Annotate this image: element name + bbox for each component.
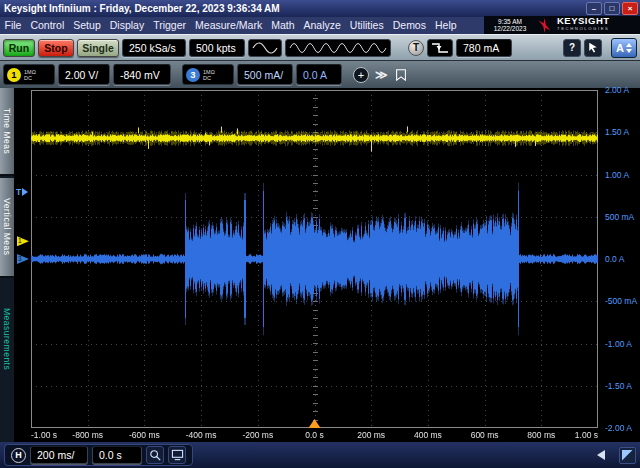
measurements-label: Measurements bbox=[0, 264, 14, 414]
horizontal-position-field[interactable]: 0.0 s bbox=[92, 446, 142, 464]
ch1-ground-marker[interactable]: 1 bbox=[17, 236, 29, 246]
menu-item-file[interactable]: File bbox=[0, 17, 26, 34]
clock-date: 12/22/2023 bbox=[488, 25, 532, 32]
bottom-axis-label: 400 ms bbox=[414, 430, 442, 440]
scroll-left-icon[interactable] bbox=[597, 450, 605, 460]
stop-button[interactable]: Stop bbox=[38, 39, 74, 57]
menu-item-trigger[interactable]: Trigger bbox=[149, 17, 191, 34]
brand-text: KEYSIGHT TECHNOLOGIES bbox=[557, 17, 610, 33]
horizontal-badge: H bbox=[11, 448, 26, 463]
magnifier-icon bbox=[149, 449, 162, 462]
acquisition-mode-button[interactable] bbox=[248, 39, 282, 57]
corner-grip-button[interactable] bbox=[619, 447, 636, 464]
more-channels-button[interactable]: ≫ bbox=[372, 68, 391, 82]
horizontal-panel: H 200 ms/ 0.0 s bbox=[4, 444, 193, 466]
channel3-button[interactable]: 3 1MΩ DC bbox=[182, 64, 234, 85]
channel3-coupling-mode: DC bbox=[203, 75, 215, 81]
right-axis-label: -1.50 A bbox=[605, 381, 632, 391]
channel3-offset-field[interactable]: 0.0 A bbox=[296, 64, 342, 85]
corner-grip-icon bbox=[622, 450, 633, 461]
toolbar-right-group: ? A bbox=[563, 38, 637, 58]
trigger-source-button[interactable]: T bbox=[408, 40, 424, 56]
channel1-offset-field[interactable]: -840 mV bbox=[113, 64, 171, 85]
ch3-ground-marker[interactable]: 3 bbox=[17, 254, 29, 264]
menu-item-help[interactable]: Help bbox=[430, 17, 461, 34]
clock-time: 9:35 AM bbox=[488, 18, 532, 25]
menu-item-measure-mark[interactable]: Measure/Mark bbox=[191, 17, 267, 34]
ch1-ground-number: 1 bbox=[18, 237, 22, 245]
channel3-impedance: 1MΩ bbox=[203, 69, 215, 75]
trigger-level-arrow-icon bbox=[22, 188, 28, 196]
zoom-button[interactable] bbox=[146, 446, 164, 464]
menu-item-demos[interactable]: Demos bbox=[388, 17, 430, 34]
tab-time-meas[interactable]: Time Meas bbox=[0, 88, 14, 176]
waveform-preview-icon bbox=[288, 41, 388, 55]
close-button[interactable]: × bbox=[622, 2, 638, 15]
help-button[interactable]: ? bbox=[563, 39, 581, 57]
menu-item-setup[interactable]: Setup bbox=[69, 17, 105, 34]
right-axis-label: 1.00 A bbox=[605, 170, 629, 180]
channel1-impedance: 1MΩ bbox=[24, 69, 36, 75]
autoscale-button[interactable]: A bbox=[611, 38, 637, 58]
falling-edge-icon bbox=[430, 41, 450, 55]
help-icon: ? bbox=[569, 42, 575, 53]
menu-item-control[interactable]: Control bbox=[26, 17, 69, 34]
menu-item-utilities[interactable]: Utilities bbox=[345, 17, 388, 34]
single-button[interactable]: Single bbox=[77, 39, 119, 57]
right-axis-label: -1.00 A bbox=[605, 339, 632, 349]
bottom-axis-label: -200 ms bbox=[242, 430, 273, 440]
right-axis-label: 2.00 A bbox=[605, 85, 629, 95]
bottom-axis-label: 1.00 s bbox=[575, 430, 598, 440]
bottom-axis-label: 600 ms bbox=[471, 430, 499, 440]
bottom-axis-label: 200 ms bbox=[357, 430, 385, 440]
bookmark-icon[interactable] bbox=[394, 67, 408, 83]
bottom-axis-label: -600 ms bbox=[129, 430, 160, 440]
display-icon bbox=[171, 449, 184, 461]
channel1-coupling: 1MΩ DC bbox=[24, 69, 36, 81]
waveform-display[interactable] bbox=[31, 90, 598, 428]
window-controls: – □ × bbox=[586, 2, 638, 15]
menu-item-display[interactable]: Display bbox=[105, 17, 148, 34]
trigger-level-label: T bbox=[16, 187, 21, 197]
sine-icon bbox=[251, 41, 279, 55]
run-button[interactable]: Run bbox=[3, 39, 35, 57]
display-mode-button[interactable] bbox=[168, 446, 186, 464]
bottom-axis-label: 0.0 s bbox=[305, 430, 323, 440]
channel3-scale-field[interactable]: 500 mA/ bbox=[237, 64, 293, 85]
trigger-level-field[interactable]: 780 mA bbox=[456, 39, 512, 57]
maximize-button[interactable]: □ bbox=[604, 2, 620, 15]
trigger-edge-button[interactable] bbox=[427, 39, 453, 57]
channel3-badge: 3 bbox=[186, 68, 200, 82]
window-title: Keysight Infiniium : Friday, December 22… bbox=[4, 3, 280, 14]
channel1-badge: 1 bbox=[7, 68, 21, 82]
horizontal-bar: H 200 ms/ 0.0 s bbox=[0, 442, 640, 468]
autoscale-arrows-icon bbox=[626, 43, 632, 53]
ch3-ground-number: 3 bbox=[18, 255, 22, 263]
right-axis-labels: 2.00 A1.50 A1.00 A500 mA0.0 A-500 mA-1.0… bbox=[602, 90, 640, 428]
title-bar[interactable]: Keysight Infiniium : Friday, December 22… bbox=[0, 0, 640, 17]
timebase-field[interactable]: 200 ms/ bbox=[30, 446, 88, 464]
scope-display: T 1 3 2.00 A1.50 A1.00 A500 mA0.0 A-500 … bbox=[14, 88, 640, 442]
bottom-axis-labels: -1.00 s-800 ms-600 ms-400 ms-200 ms0.0 s… bbox=[31, 430, 598, 441]
system-clock: 9:35 AM 12/22/2023 bbox=[488, 18, 532, 32]
waveform-preview-bar[interactable] bbox=[285, 39, 391, 57]
sample-rate-field[interactable]: 250 kSa/s bbox=[122, 39, 186, 57]
menu-item-analyze[interactable]: Analyze bbox=[299, 17, 345, 34]
memory-depth-field[interactable]: 500 kpts bbox=[189, 39, 245, 57]
minimize-button[interactable]: – bbox=[586, 2, 602, 15]
tab-vertical-meas[interactable]: Vertical Meas bbox=[0, 178, 14, 278]
pointer-icon bbox=[587, 41, 599, 54]
brand-name: KEYSIGHT bbox=[557, 17, 610, 25]
brand-subtitle: TECHNOLOGIES bbox=[557, 25, 610, 33]
keysight-spark-icon bbox=[537, 18, 552, 33]
pointer-mode-button[interactable] bbox=[584, 39, 602, 57]
right-axis-label: 0.0 A bbox=[605, 254, 624, 264]
channel1-scale-field[interactable]: 2.00 V/ bbox=[58, 64, 110, 85]
channel1-button[interactable]: 1 1MΩ DC bbox=[3, 64, 55, 85]
add-waveform-button[interactable]: + bbox=[353, 67, 369, 83]
right-axis-label: -2.00 A bbox=[605, 423, 632, 433]
menu-item-math[interactable]: Math bbox=[267, 17, 299, 34]
right-axis-label: 500 mA bbox=[605, 212, 634, 222]
trigger-level-marker[interactable]: T bbox=[16, 187, 28, 197]
logo-block: 9:35 AM 12/22/2023 KEYSIGHT TECHNOLOGIES bbox=[484, 16, 640, 34]
